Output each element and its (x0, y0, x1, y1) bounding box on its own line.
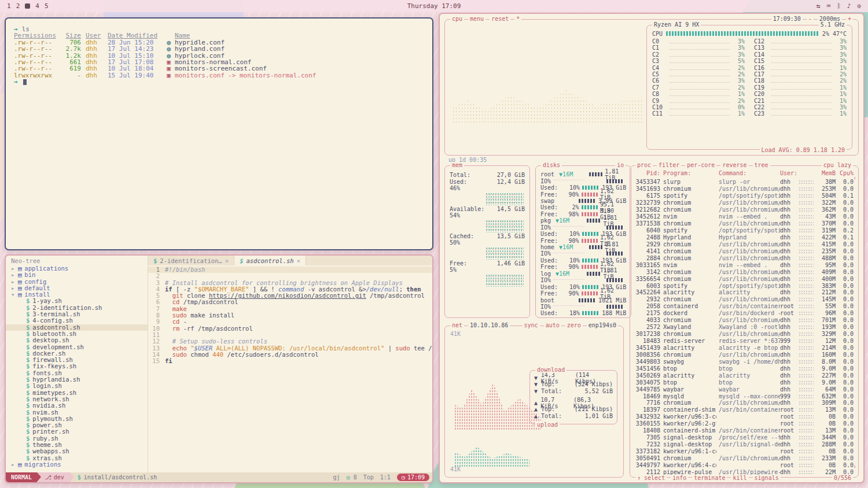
process-row[interactable]: 3033165 nvim nvim --embed . dhh 95M 0.0 (630, 261, 858, 268)
process-row[interactable]: 2112 pipewire-pulse /usr/lib/pipewire- d… (630, 468, 858, 475)
workspace-button[interactable]: 4 (35, 2, 39, 10)
process-row[interactable]: 3451693 chromium /usr/lib/chromium/ dhh … (630, 186, 858, 193)
info-button[interactable]: info (671, 475, 688, 481)
process-row[interactable]: 2488 Hyprland Hyprland dhh 422M 0.1 (630, 234, 858, 241)
process-row[interactable]: 3451456 btop btop dhh 9.0M 0.0 (630, 365, 858, 372)
process-row[interactable]: 3356654 chromium /usr/lib/chromium/ dhh … (630, 275, 858, 282)
process-row[interactable]: 4033 chromium /usr/lib/chromium/ dhh 701… (630, 317, 858, 324)
tree-item[interactable]: $ webapps.sh (11, 448, 148, 454)
prompt-line[interactable]: → (14, 79, 424, 85)
process-row[interactable]: 3449797 kworker/u96:4-co root 0B 0.0 (630, 461, 858, 468)
tree-item[interactable]: ▸ ▤ migrations (11, 461, 148, 468)
process-row[interactable]: 3452612 nvim nvim --embed . dhh 43M 0.0 (630, 213, 858, 220)
code-lines[interactable]: 1#!/bin/bash23# Install asdcontrol for c… (148, 265, 432, 472)
workspace-button[interactable]: 2 (16, 2, 20, 10)
reset-button[interactable]: reset (490, 16, 510, 22)
close-icon[interactable]: × (297, 257, 300, 264)
process-row[interactable]: 3449803 swaybg swaybg -i /home/dh dhh 8.… (630, 358, 858, 365)
tree-item[interactable]: $ desktop.sh (11, 337, 148, 343)
tree-item[interactable]: $ nvim.sh (11, 409, 148, 416)
code-line[interactable]: 10 rm -rf /tmp/asdcontrol (148, 326, 432, 332)
process-row[interactable]: 6175 spotify /opt/spotify/spoti dhh 504M… (630, 193, 858, 199)
code-line[interactable]: 1#!/bin/bash (148, 267, 432, 273)
power-icon[interactable]: ⊙ (857, 2, 861, 10)
buffer-tab[interactable]: $ 2-identification… × (148, 256, 234, 265)
process-row[interactable]: 18469 mysqld mysqld --max-conne 999 632M… (630, 393, 858, 400)
process-row[interactable]: 3432932 kworker/u96:3-co root 0B 0.0 (630, 413, 858, 420)
tree-item[interactable]: $ plymouth.sh (11, 416, 148, 422)
sort-selector[interactable]: cpu lazy (822, 162, 853, 168)
workspace-button[interactable] (25, 3, 30, 9)
process-row[interactable]: 2884 chromium /usr/lib/chromium/ dhh 488… (630, 254, 858, 261)
tree-toggle[interactable]: tree (753, 162, 770, 168)
tree-item[interactable]: ▸ ▤ bin (11, 272, 148, 278)
process-row[interactable]: 3050491 chromium /usr/lib/chromium/ dhh … (630, 455, 858, 462)
process-row[interactable]: 18397 containerd-shim /usr/bin/container… (630, 406, 858, 413)
process-row[interactable]: 3452264 alacritty alacritty dhh 212M 0.0 (630, 289, 858, 296)
tree-item[interactable]: ▾ ▤ install (11, 291, 148, 298)
kill-button[interactable]: kill (731, 475, 748, 481)
code-line[interactable]: 14 sudo chmod 440 /etc/sudoers.d/asdcont… (148, 352, 432, 358)
per-core-toggle[interactable]: per-core (685, 162, 716, 168)
tree-item[interactable]: $ printer.sh (11, 428, 148, 435)
process-row[interactable]: 3142 chromium /usr/lib/chromium/ dhh 409… (630, 268, 858, 275)
process-row[interactable]: 2929 chromium /usr/lib/chromium/ dhh 415… (630, 241, 858, 247)
process-row[interactable]: 3450269 alacritty alacritty dhh 227M 0.0 (630, 372, 858, 379)
process-row[interactable]: 18408 containerd-shim /usr/bin/container… (630, 427, 858, 434)
tree-item[interactable]: $ 3-terminal.sh (11, 311, 148, 317)
filter-button[interactable]: filter (657, 162, 681, 168)
tree-item[interactable]: $ login.sh (11, 383, 148, 389)
process-row[interactable]: 18483 redis-server redis-server *:637 99… (630, 338, 858, 345)
buffer-tab[interactable]: $ asdcontrol.sh × (234, 256, 306, 265)
process-row[interactable]: 2932 chromium /usr/lib/chromium/ dhh 145… (630, 296, 858, 303)
tree-item[interactable]: $ bluetooth.sh (11, 331, 148, 337)
process-row[interactable]: 3232739 chromium /usr/lib/chromium/ dhh … (630, 199, 858, 206)
close-icon[interactable]: × (225, 257, 229, 264)
process-row[interactable]: 4141 chromium /usr/lib/chromium/ dhh 235… (630, 247, 858, 254)
volume-icon[interactable]: ♪ (847, 2, 851, 10)
keyboard-icon[interactable]: ⌨ (827, 2, 831, 10)
select-hint[interactable]: ↑ select (635, 475, 667, 481)
tree-item[interactable]: $ fix-fkeys.sh (11, 363, 148, 369)
editor-window[interactable]: Neo-tree ▸ ▤ applications ▸ ▤ bin (5, 254, 433, 483)
bluetooth-icon[interactable]: ᛒ (837, 2, 841, 10)
tree-item[interactable]: $ firewall.sh (11, 357, 148, 363)
process-row[interactable]: 2058 containerd /usr/bin/container root … (630, 303, 858, 310)
system-monitor-window[interactable]: cpu menu reset * 17:09:30 - 2000ms + Ryz… (439, 13, 865, 483)
net-sync-toggle[interactable]: sync (523, 322, 540, 328)
process-row[interactable]: 2175 dockerd /usr/bin/dockerd - root 96M… (630, 310, 858, 317)
tree-item[interactable]: $ 4-config.sh (11, 317, 148, 324)
scroll-down-icon[interactable]: ↓ (854, 463, 856, 469)
scroll-up-icon[interactable]: ↑ (854, 175, 856, 181)
code-line[interactable]: 15fi (148, 358, 432, 364)
menu-button[interactable]: menu (468, 16, 486, 22)
screencast-icon[interactable]: ⇆ (816, 2, 821, 10)
tree-item[interactable]: $ network.sh (11, 396, 148, 402)
process-row[interactable]: 3449785 waybar waybar dhh 64M 0.0 (630, 386, 858, 393)
process-row[interactable]: 3451439 alacritty alacritty -e btop dhh … (630, 345, 858, 352)
code-line[interactable]: 8 sudo make install (148, 312, 432, 319)
signals-button[interactable]: signals (753, 475, 781, 481)
tree-item[interactable]: $ ruby.sh (11, 435, 148, 442)
terminal-window[interactable]: → ls Permissions Size User Date Modified… (5, 17, 433, 250)
interval-minus-button[interactable]: - (807, 16, 814, 22)
process-row[interactable]: 3360155 kworker/u96:2-gf root 0B 0.0 (630, 420, 858, 427)
io-mode-toggle[interactable]: io (615, 162, 626, 168)
terminate-button[interactable]: terminate (692, 475, 727, 481)
tree-item[interactable]: $ hyprlandia.sh (11, 376, 148, 383)
process-row[interactable]: 3453347 slurp slurp -or dhh 38M 0.0 (630, 179, 858, 186)
code-line[interactable]: 6 cd /tmp/asdcontrol (148, 299, 432, 305)
tree-item[interactable]: $ nvidia.sh (11, 402, 148, 409)
tree-item[interactable]: $ theme.sh (11, 442, 148, 448)
process-row[interactable]: 3034075 btop btop dhh 9.0M 0.0 (630, 379, 858, 386)
tree-item[interactable]: $ docker.sh (11, 350, 148, 357)
process-row[interactable]: 7232 signal-desktop /usr/lib/signal-de d… (630, 441, 858, 448)
net-auto-toggle[interactable]: auto (544, 322, 561, 328)
process-row[interactable]: 3008356 chromium /usr/lib/chromium/ dhh … (630, 351, 858, 358)
preset-indicator[interactable]: * (514, 16, 521, 22)
interval-plus-button[interactable]: + (846, 16, 853, 22)
tree-item[interactable]: $ power.sh (11, 422, 148, 428)
process-row[interactable]: 3017238 chromium /usr/lib/chromium/ dhh … (630, 331, 858, 338)
process-row[interactable]: 6040 spotify /opt/spotify/spoti dhh 319M… (630, 227, 858, 234)
process-row[interactable]: 2572 Xwayland Xwayland :0 -rootl dhh 193… (630, 324, 858, 331)
